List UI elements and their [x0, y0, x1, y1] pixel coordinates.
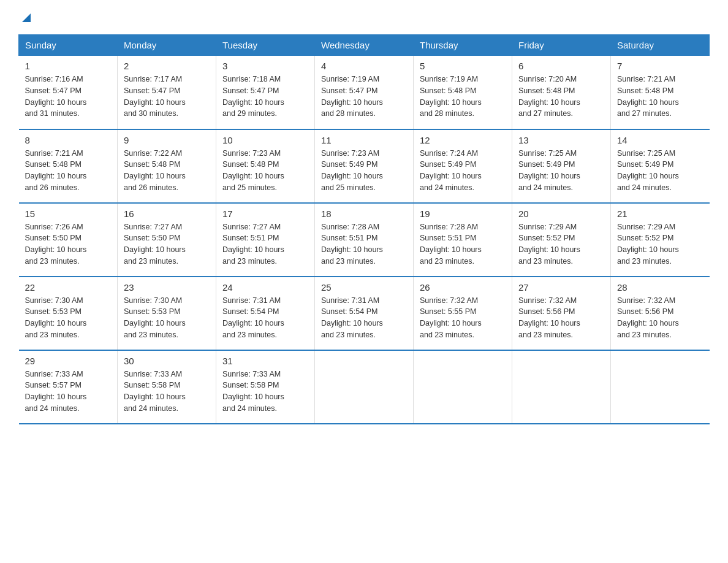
- calendar-cell: [414, 350, 512, 424]
- day-info: Sunrise: 7:27 AM Sunset: 5:51 PM Dayligh…: [222, 221, 308, 267]
- calendar-cell: 29 Sunrise: 7:33 AM Sunset: 5:57 PM Dayl…: [19, 350, 118, 424]
- day-number: 19: [420, 209, 506, 219]
- calendar-cell: 16 Sunrise: 7:27 AM Sunset: 5:50 PM Dayl…: [118, 203, 216, 277]
- calendar-header: SundayMondayTuesdayWednesdayThursdayFrid…: [19, 35, 710, 56]
- calendar-week-row: 29 Sunrise: 7:33 AM Sunset: 5:57 PM Dayl…: [19, 350, 710, 424]
- day-number: 24: [222, 282, 308, 293]
- calendar-week-row: 1 Sunrise: 7:16 AM Sunset: 5:47 PM Dayli…: [19, 56, 710, 129]
- calendar-cell: 6 Sunrise: 7:20 AM Sunset: 5:48 PM Dayli…: [512, 56, 611, 129]
- day-number: 21: [617, 209, 703, 219]
- day-number: 14: [617, 135, 703, 145]
- day-info: Sunrise: 7:31 AM Sunset: 5:54 PM Dayligh…: [222, 295, 308, 341]
- calendar-cell: 26 Sunrise: 7:32 AM Sunset: 5:55 PM Dayl…: [414, 277, 512, 350]
- day-info: Sunrise: 7:33 AM Sunset: 5:58 PM Dayligh…: [222, 369, 308, 415]
- calendar-cell: 19 Sunrise: 7:28 AM Sunset: 5:51 PM Dayl…: [414, 203, 512, 277]
- day-info: Sunrise: 7:30 AM Sunset: 5:53 PM Dayligh…: [124, 295, 210, 341]
- calendar-cell: 3 Sunrise: 7:18 AM Sunset: 5:47 PM Dayli…: [216, 56, 315, 129]
- day-number: 16: [124, 209, 210, 219]
- day-info: Sunrise: 7:23 AM Sunset: 5:48 PM Dayligh…: [222, 148, 308, 194]
- weekday-header-thursday: Thursday: [414, 35, 512, 56]
- weekday-header-sunday: Sunday: [19, 35, 118, 56]
- day-info: Sunrise: 7:19 AM Sunset: 5:48 PM Dayligh…: [420, 74, 506, 120]
- day-info: Sunrise: 7:28 AM Sunset: 5:51 PM Dayligh…: [420, 221, 506, 267]
- day-number: 9: [124, 135, 210, 145]
- weekday-header-tuesday: Tuesday: [216, 35, 315, 56]
- calendar-cell: 25 Sunrise: 7:31 AM Sunset: 5:54 PM Dayl…: [315, 277, 414, 350]
- weekday-header-row: SundayMondayTuesdayWednesdayThursdayFrid…: [19, 35, 710, 56]
- day-number: 10: [222, 135, 308, 145]
- calendar-cell: 8 Sunrise: 7:21 AM Sunset: 5:48 PM Dayli…: [19, 129, 118, 203]
- day-number: 18: [321, 209, 407, 219]
- calendar-week-row: 15 Sunrise: 7:26 AM Sunset: 5:50 PM Dayl…: [19, 203, 710, 277]
- day-number: 1: [25, 61, 112, 71]
- day-number: 20: [518, 209, 604, 219]
- calendar-cell: 17 Sunrise: 7:27 AM Sunset: 5:51 PM Dayl…: [216, 203, 315, 277]
- calendar-cell: 15 Sunrise: 7:26 AM Sunset: 5:50 PM Dayl…: [19, 203, 118, 277]
- day-info: Sunrise: 7:25 AM Sunset: 5:49 PM Dayligh…: [518, 148, 604, 194]
- day-number: 27: [518, 282, 604, 293]
- day-info: Sunrise: 7:16 AM Sunset: 5:47 PM Dayligh…: [25, 74, 112, 120]
- day-info: Sunrise: 7:17 AM Sunset: 5:47 PM Dayligh…: [124, 74, 210, 120]
- calendar-cell: 20 Sunrise: 7:29 AM Sunset: 5:52 PM Dayl…: [512, 203, 611, 277]
- day-info: Sunrise: 7:27 AM Sunset: 5:50 PM Dayligh…: [124, 221, 210, 267]
- calendar-week-row: 22 Sunrise: 7:30 AM Sunset: 5:53 PM Dayl…: [19, 277, 710, 350]
- calendar-cell: 13 Sunrise: 7:25 AM Sunset: 5:49 PM Dayl…: [512, 129, 611, 203]
- calendar-cell: 1 Sunrise: 7:16 AM Sunset: 5:47 PM Dayli…: [19, 56, 118, 129]
- calendar-cell: 31 Sunrise: 7:33 AM Sunset: 5:58 PM Dayl…: [216, 350, 315, 424]
- calendar-cell: 23 Sunrise: 7:30 AM Sunset: 5:53 PM Dayl…: [118, 277, 216, 350]
- day-number: 15: [25, 209, 112, 219]
- day-info: Sunrise: 7:32 AM Sunset: 5:56 PM Dayligh…: [617, 295, 703, 341]
- day-number: 7: [617, 61, 703, 71]
- calendar-cell: 12 Sunrise: 7:24 AM Sunset: 5:49 PM Dayl…: [414, 129, 512, 203]
- day-number: 2: [124, 61, 210, 71]
- day-number: 22: [25, 282, 112, 293]
- weekday-header-wednesday: Wednesday: [315, 35, 414, 56]
- day-info: Sunrise: 7:32 AM Sunset: 5:55 PM Dayligh…: [420, 295, 506, 341]
- calendar-cell: 28 Sunrise: 7:32 AM Sunset: 5:56 PM Dayl…: [611, 277, 710, 350]
- day-info: Sunrise: 7:19 AM Sunset: 5:47 PM Dayligh…: [321, 74, 407, 120]
- day-number: 6: [518, 61, 604, 71]
- logo-triangle-icon: [20, 11, 33, 25]
- calendar-cell: 24 Sunrise: 7:31 AM Sunset: 5:54 PM Dayl…: [216, 277, 315, 350]
- logo: [18, 12, 33, 22]
- weekday-header-saturday: Saturday: [611, 35, 710, 56]
- calendar-cell: 9 Sunrise: 7:22 AM Sunset: 5:48 PM Dayli…: [118, 129, 216, 203]
- day-info: Sunrise: 7:29 AM Sunset: 5:52 PM Dayligh…: [518, 221, 604, 267]
- calendar-body: 1 Sunrise: 7:16 AM Sunset: 5:47 PM Dayli…: [19, 56, 710, 424]
- day-number: 23: [124, 282, 210, 293]
- calendar-cell: 21 Sunrise: 7:29 AM Sunset: 5:52 PM Dayl…: [611, 203, 710, 277]
- day-info: Sunrise: 7:30 AM Sunset: 5:53 PM Dayligh…: [25, 295, 112, 341]
- day-info: Sunrise: 7:26 AM Sunset: 5:50 PM Dayligh…: [25, 221, 112, 267]
- calendar-cell: [611, 350, 710, 424]
- calendar-cell: 10 Sunrise: 7:23 AM Sunset: 5:48 PM Dayl…: [216, 129, 315, 203]
- day-info: Sunrise: 7:23 AM Sunset: 5:49 PM Dayligh…: [321, 148, 407, 194]
- calendar-cell: 22 Sunrise: 7:30 AM Sunset: 5:53 PM Dayl…: [19, 277, 118, 350]
- calendar-cell: [315, 350, 414, 424]
- day-info: Sunrise: 7:28 AM Sunset: 5:51 PM Dayligh…: [321, 221, 407, 267]
- day-info: Sunrise: 7:24 AM Sunset: 5:49 PM Dayligh…: [420, 148, 506, 194]
- day-info: Sunrise: 7:20 AM Sunset: 5:48 PM Dayligh…: [518, 74, 604, 120]
- day-number: 28: [617, 282, 703, 293]
- day-info: Sunrise: 7:29 AM Sunset: 5:52 PM Dayligh…: [617, 221, 703, 267]
- calendar-cell: 18 Sunrise: 7:28 AM Sunset: 5:51 PM Dayl…: [315, 203, 414, 277]
- day-number: 26: [420, 282, 506, 293]
- calendar-cell: 30 Sunrise: 7:33 AM Sunset: 5:58 PM Dayl…: [118, 350, 216, 424]
- calendar-cell: 4 Sunrise: 7:19 AM Sunset: 5:47 PM Dayli…: [315, 56, 414, 129]
- day-info: Sunrise: 7:21 AM Sunset: 5:48 PM Dayligh…: [617, 74, 703, 120]
- day-number: 29: [25, 356, 112, 366]
- svg-marker-0: [22, 13, 31, 22]
- calendar-cell: 27 Sunrise: 7:32 AM Sunset: 5:56 PM Dayl…: [512, 277, 611, 350]
- calendar-cell: 7 Sunrise: 7:21 AM Sunset: 5:48 PM Dayli…: [611, 56, 710, 129]
- day-info: Sunrise: 7:25 AM Sunset: 5:49 PM Dayligh…: [617, 148, 703, 194]
- day-info: Sunrise: 7:33 AM Sunset: 5:57 PM Dayligh…: [25, 369, 112, 415]
- calendar-cell: [512, 350, 611, 424]
- day-info: Sunrise: 7:22 AM Sunset: 5:48 PM Dayligh…: [124, 148, 210, 194]
- day-info: Sunrise: 7:18 AM Sunset: 5:47 PM Dayligh…: [222, 74, 308, 120]
- day-number: 25: [321, 282, 407, 293]
- day-number: 8: [25, 135, 112, 145]
- day-number: 12: [420, 135, 506, 145]
- weekday-header-monday: Monday: [118, 35, 216, 56]
- day-number: 30: [124, 356, 210, 366]
- day-info: Sunrise: 7:31 AM Sunset: 5:54 PM Dayligh…: [321, 295, 407, 341]
- day-info: Sunrise: 7:33 AM Sunset: 5:58 PM Dayligh…: [124, 369, 210, 415]
